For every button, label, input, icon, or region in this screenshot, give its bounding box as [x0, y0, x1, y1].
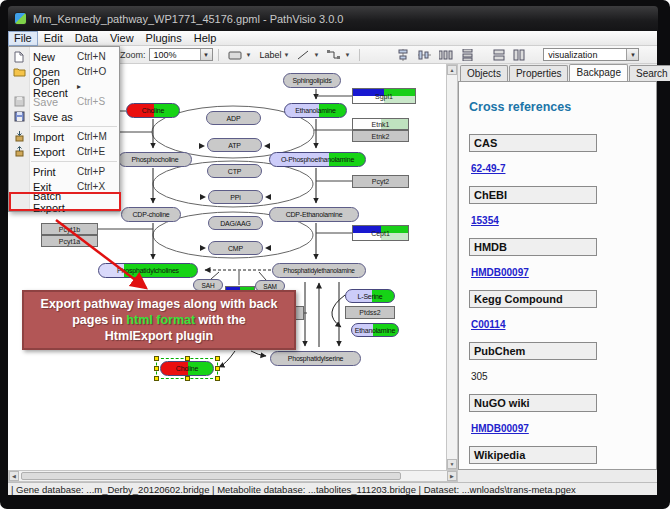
selection-handle[interactable]: [215, 366, 220, 371]
scroll-down-icon[interactable]: ▼: [447, 459, 457, 469]
gene-node-etnk1[interactable]: Etnk1: [352, 118, 409, 130]
node-phosphocholine[interactable]: Phosphocholine: [118, 152, 192, 167]
node-cdp-choline[interactable]: CDP-choline: [121, 207, 181, 222]
tab-backpage[interactable]: Backpage: [569, 64, 627, 81]
selection-handle[interactable]: [154, 376, 159, 381]
node-phosphatidylethanolamine[interactable]: Phosphatidylethanolamine: [272, 263, 366, 278]
xref-link-chebi[interactable]: 15354: [471, 215, 499, 226]
side-panel: Objects Properties Backpage Search Legen…: [458, 64, 657, 470]
node-adp[interactable]: ADP: [206, 111, 261, 125]
gene-node-sgpl1[interactable]: Sgpl1: [352, 88, 416, 104]
menu-item-open-recent[interactable]: Open Recent▸: [9, 79, 119, 94]
menu-help[interactable]: Help: [188, 31, 223, 46]
node-atp[interactable]: ATP: [207, 138, 262, 152]
scrollbar-thumb[interactable]: [21, 472, 401, 480]
node-o-phosphoethanolamine[interactable]: O-Phosphoethanolamine: [269, 152, 366, 167]
connector-tool-button[interactable]: ▼: [323, 48, 354, 62]
distribute-horizontal-icon: [439, 49, 453, 61]
chevron-down-icon: ▼: [284, 52, 290, 58]
stack-horizontal-button[interactable]: [509, 48, 529, 62]
stack-vertical-button[interactable]: [489, 48, 509, 62]
distribute-vertical-button[interactable]: [457, 48, 479, 62]
canvas-vertical-scrollbar[interactable]: ▲ ▼: [446, 64, 458, 470]
status-text: | Gene database: ...m_Derby_20120602.bri…: [11, 484, 576, 495]
xref-link-kegg[interactable]: C00114: [471, 319, 505, 330]
export-icon: [9, 146, 29, 157]
selection-handle[interactable]: [154, 356, 159, 361]
selection-handle[interactable]: [154, 366, 159, 371]
distribute-vertical-icon: [461, 49, 475, 61]
selection-handle[interactable]: [215, 356, 220, 361]
chevron-down-icon[interactable]: ▼: [626, 49, 638, 60]
zoom-label: Zoom:: [120, 50, 146, 60]
node-cmp[interactable]: CMP: [208, 241, 263, 255]
node-cdp-ethanolamine[interactable]: CDP-Ethanolamine: [269, 207, 359, 222]
tab-search[interactable]: Search: [629, 65, 670, 81]
tab-objects[interactable]: Objects: [460, 65, 508, 81]
cross-references-heading: Cross references: [469, 100, 646, 114]
menu-plugins[interactable]: Plugins: [140, 31, 188, 46]
menu-item-batch-export[interactable]: Batch Export: [9, 194, 119, 209]
xref-header-wikipedia: Wikipedia: [469, 446, 597, 464]
menu-item-save[interactable]: SaveCtrl+S: [9, 94, 119, 109]
visualization-combobox[interactable]: visualization ▼: [543, 48, 639, 61]
menu-bar: File Edit Data View Plugins Help: [8, 31, 657, 46]
gene-node-pcyt1a[interactable]: Pcyt1a: [41, 235, 98, 247]
stack-vertical-icon: [493, 49, 505, 61]
selection-handle[interactable]: [215, 376, 220, 381]
gene-node-pcyt2[interactable]: Pcyt2: [352, 175, 409, 188]
menu-item-print[interactable]: PrintCtrl+P: [9, 164, 119, 179]
xref-header-kegg: Kegg Compound: [469, 290, 597, 308]
scroll-left-icon[interactable]: ◀: [9, 471, 19, 481]
line-tool-button[interactable]: ▼: [293, 48, 323, 62]
menu-item-save-as[interactable]: Save as: [9, 109, 119, 124]
align-middle-button[interactable]: [414, 48, 435, 62]
line-icon: [297, 50, 309, 60]
node-choline-top[interactable]: Choline: [126, 103, 180, 118]
xref-header-nugo: NuGO wiki: [469, 394, 597, 412]
new-page-icon: [9, 51, 29, 63]
menu-item-export[interactable]: ExportCtrl+E: [9, 144, 119, 159]
xref-link-cas[interactable]: 62-49-7: [471, 163, 505, 174]
node-sphingolipids[interactable]: Sphingolipids: [283, 73, 341, 88]
backpage-content: Cross references CAS 62-49-7 ChEBI 15354…: [458, 81, 657, 470]
chevron-down-icon[interactable]: ▼: [200, 49, 212, 60]
node-ctp[interactable]: CTP: [207, 164, 262, 178]
callout-highlight: html format: [126, 313, 195, 327]
selection-handle[interactable]: [185, 376, 190, 381]
align-center-button[interactable]: [393, 48, 414, 62]
file-menu: NewCtrl+N OpenCtrl+O Open Recent▸ SaveCt…: [8, 46, 120, 212]
gene-node-pcyt1b[interactable]: Pcyt1b: [41, 223, 98, 235]
chevron-down-icon: ▼: [344, 52, 350, 58]
label-tool-button[interactable]: Label ▼: [255, 48, 293, 62]
tab-properties[interactable]: Properties: [509, 65, 569, 81]
menu-item-import[interactable]: ImportCtrl+M: [9, 129, 119, 144]
zoom-combobox[interactable]: 100% ▼: [149, 48, 213, 61]
scroll-up-icon[interactable]: ▲: [447, 65, 457, 75]
status-bar: | Gene database: ...m_Derby_20120602.bri…: [8, 482, 657, 495]
menu-file[interactable]: File: [8, 31, 38, 46]
node-ppi[interactable]: PPi: [208, 190, 263, 204]
datanode-tool-button[interactable]: ▼: [224, 48, 256, 62]
node-ethanolamine-bottom[interactable]: Ethanolamine: [351, 323, 399, 337]
node-ethanolamine-top[interactable]: Ethanolamine: [284, 103, 347, 118]
node-phosphatidylcholines[interactable]: Phosphatidylcholines: [98, 263, 198, 278]
gene-node-etnk2[interactable]: Etnk2: [352, 130, 409, 142]
menu-data[interactable]: Data: [69, 31, 104, 46]
distribute-horizontal-button[interactable]: [435, 48, 457, 62]
canvas-horizontal-scrollbar[interactable]: ◀ ▶: [8, 470, 458, 482]
xref-link-nugo[interactable]: HMDB00097: [471, 423, 529, 434]
node-phosphatidylserine[interactable]: Phosphatidylserine: [270, 351, 361, 366]
node-dag-aag[interactable]: DAG/AAG: [208, 216, 263, 230]
gene-node-ptdss2[interactable]: Ptdss2: [345, 306, 395, 319]
gene-node-cept1[interactable]: Cept1: [352, 225, 409, 241]
menu-edit[interactable]: Edit: [38, 31, 69, 46]
menu-item-new[interactable]: NewCtrl+N: [9, 49, 119, 64]
xref-header-chebi: ChEBI: [469, 186, 597, 204]
menu-view[interactable]: View: [104, 31, 140, 46]
node-l-serine[interactable]: L-Serine: [345, 289, 395, 303]
xref-link-hmdb[interactable]: HMDB00097: [471, 267, 529, 278]
selection-handle[interactable]: [185, 356, 190, 361]
scroll-right-icon[interactable]: ▶: [447, 471, 457, 481]
toolbar-separator: [218, 49, 219, 61]
